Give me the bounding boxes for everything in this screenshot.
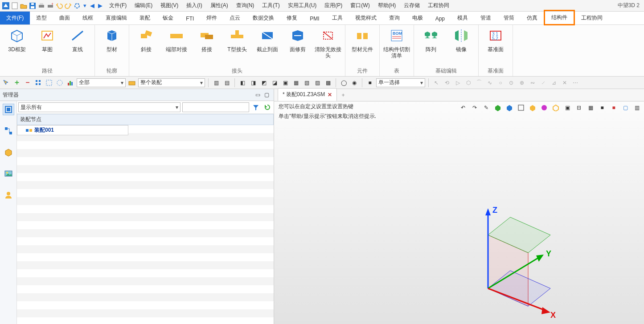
ribbon-tab-电极[interactable]: 电极 bbox=[406, 12, 429, 24]
ribbon-tab-点云[interactable]: 点云 bbox=[223, 12, 246, 24]
tool-icon-1[interactable]: ▥ bbox=[212, 78, 221, 87]
dashed-box-icon[interactable] bbox=[45, 78, 53, 87]
menu-app[interactable]: 应用(P) bbox=[324, 2, 342, 9]
mgr-tab-box-icon[interactable] bbox=[3, 146, 14, 158]
select-mode-combo[interactable]: 单一选择 bbox=[376, 78, 425, 87]
vp-tool-2[interactable] bbox=[493, 103, 502, 112]
tool-icon-3[interactable]: ◧ bbox=[238, 78, 247, 87]
ribbon-tab-修复[interactable]: 修复 bbox=[280, 12, 304, 24]
ribbon-btn-基准面[interactable]: 3 15 2基准面 bbox=[481, 27, 510, 53]
ribbon-btn-结构件切割清单[interactable]: BOM结构件切割清单 bbox=[382, 27, 411, 59]
ribbon-tab-管筒[interactable]: 管筒 bbox=[497, 12, 521, 24]
ribbon-btn-直线[interactable]: 直线 bbox=[63, 27, 92, 53]
manager-close-icon[interactable]: ▢ bbox=[262, 90, 271, 99]
ribbon-tab-App[interactable]: App bbox=[429, 13, 451, 24]
ribbon-tab-FTI[interactable]: FTI bbox=[180, 13, 200, 24]
minus-icon[interactable]: － bbox=[23, 78, 32, 87]
tool-icon-12[interactable]: ◯ bbox=[339, 78, 348, 87]
ribbon-btn-镜像[interactable]: 镜像 bbox=[447, 27, 476, 53]
snap-icon-11[interactable]: ⟋ bbox=[539, 78, 548, 87]
snap-icon-8[interactable]: ⊙ bbox=[507, 78, 516, 87]
vp-tool-14[interactable]: ▥ bbox=[632, 103, 641, 112]
vp-tool-10[interactable]: ▦ bbox=[586, 103, 595, 112]
snap-icon-1[interactable]: ↖ bbox=[432, 78, 441, 87]
new-icon[interactable] bbox=[11, 2, 19, 10]
vp-tool-7[interactable] bbox=[551, 103, 560, 112]
vp-tool-11[interactable]: ■ bbox=[598, 103, 607, 112]
grid-icon[interactable] bbox=[34, 78, 43, 87]
vp-undo-icon[interactable]: ↶ bbox=[459, 103, 468, 112]
refresh-icon[interactable] bbox=[263, 102, 272, 112]
tool-icon-11[interactable]: ▩ bbox=[324, 78, 332, 87]
vp-tool-3[interactable] bbox=[505, 103, 514, 112]
ribbon-tab-文件(F)[interactable]: 文件(F) bbox=[0, 12, 30, 24]
ribbon-btn-阵列[interactable]: 阵列 bbox=[417, 27, 445, 53]
snap-icon-4[interactable]: ⬡ bbox=[464, 78, 473, 87]
snap-icon-3[interactable]: ▷ bbox=[453, 78, 462, 87]
ribbon-btn-搭接[interactable]: 搭接 bbox=[193, 27, 221, 53]
mgr-tab-assembly-icon[interactable] bbox=[3, 104, 14, 115]
ribbon-tab-钣金[interactable]: 钣金 bbox=[156, 12, 180, 24]
vp-tool-8[interactable]: ▣ bbox=[563, 103, 572, 112]
menu-edit[interactable]: 编辑(E) bbox=[135, 2, 152, 9]
display-filter-combo[interactable]: 显示所有 bbox=[18, 102, 180, 112]
open-icon[interactable] bbox=[20, 2, 28, 10]
assembly-tree[interactable]: 装配001 bbox=[17, 125, 274, 324]
ribbon-tab-造型[interactable]: 造型 bbox=[30, 12, 53, 24]
print-plus-icon[interactable]: + bbox=[46, 2, 54, 10]
tool-icon-8[interactable]: ▦ bbox=[291, 78, 300, 87]
vp-redo-icon[interactable]: ↷ bbox=[470, 103, 479, 112]
ribbon-btn-草图[interactable]: 草图 bbox=[33, 27, 62, 53]
vp-tool-12[interactable]: ■ bbox=[609, 103, 618, 112]
manager-min-icon[interactable]: ▭ bbox=[253, 90, 262, 99]
ribbon-tab-管道[interactable]: 管道 bbox=[474, 12, 497, 24]
ribbon-tab-仿真[interactable]: 仿真 bbox=[521, 12, 544, 24]
tree-root-item[interactable]: 装配001 bbox=[17, 125, 128, 135]
select-cursor-icon[interactable] bbox=[2, 78, 11, 87]
mgr-tab-image-icon[interactable] bbox=[3, 168, 14, 179]
vp-tool-1[interactable]: ✎ bbox=[482, 103, 491, 112]
menu-attr[interactable]: 属性(A) bbox=[210, 2, 228, 9]
snap-icon-12[interactable]: ⊿ bbox=[550, 78, 558, 87]
ribbon-tab-视觉样式[interactable]: 视觉样式 bbox=[349, 12, 383, 24]
snap-icon-9[interactable]: ⊕ bbox=[517, 78, 526, 87]
tool-icon-14[interactable]: ■ bbox=[365, 78, 374, 87]
ribbon-btn-型材元件[interactable]: 型材元件 bbox=[348, 27, 377, 53]
ribbon-tab-数据交换[interactable]: 数据交换 bbox=[246, 12, 280, 24]
vp-tool-9[interactable]: ⊟ bbox=[574, 103, 583, 112]
tool-icon-2[interactable]: ▤ bbox=[222, 78, 231, 87]
ribbon-btn-截止到面[interactable]: 截止到面 bbox=[253, 27, 282, 53]
menu-file[interactable]: 文件(F) bbox=[109, 2, 127, 9]
plus-icon[interactable]: ＋ bbox=[12, 78, 21, 87]
menu-insert[interactable]: 插入(I) bbox=[186, 2, 202, 9]
ribbon-tab-焊件[interactable]: 焊件 bbox=[200, 12, 223, 24]
tool-icon-4[interactable]: ◨ bbox=[249, 78, 258, 87]
menu-tools[interactable]: 工具(T) bbox=[262, 2, 279, 9]
menu-cloud[interactable]: 云存储 bbox=[404, 2, 420, 9]
ribbon-btn-型材[interactable]: 型材 bbox=[98, 27, 126, 53]
redo-icon[interactable] bbox=[64, 2, 72, 10]
tool-icon-7[interactable]: ▣ bbox=[281, 78, 290, 87]
document-tab-close-icon[interactable]: ✕ bbox=[328, 92, 332, 98]
mgr-tab-user-icon[interactable] bbox=[3, 189, 14, 201]
tool-icon-10[interactable]: ▨ bbox=[313, 78, 322, 87]
dropdown-icon[interactable]: ▾ bbox=[82, 2, 88, 9]
filter-funnel-icon[interactable] bbox=[251, 102, 261, 112]
ribbon-btn-斜接[interactable]: 斜接 bbox=[132, 27, 160, 53]
ribbon-tab-查询[interactable]: 查询 bbox=[383, 12, 406, 24]
snap-icon-6[interactable]: ∿ bbox=[485, 78, 494, 87]
ribbon-btn-面修剪[interactable]: 面修剪 bbox=[283, 27, 312, 53]
vp-tool-6[interactable] bbox=[540, 103, 549, 112]
nav-fwd-icon[interactable]: ▶ bbox=[97, 2, 104, 9]
scope-combo[interactable]: 整个装配 bbox=[138, 78, 205, 87]
menu-collab[interactable]: 工程协同 bbox=[428, 2, 449, 9]
tool-icon-6[interactable]: ◪ bbox=[270, 78, 279, 87]
ribbon-btn-清除无效接头[interactable]: 清除无效接头 bbox=[314, 27, 342, 59]
ribbon-tab-模具[interactable]: 模具 bbox=[451, 12, 474, 24]
vp-tool-4[interactable] bbox=[517, 103, 525, 112]
dashed-circle-icon[interactable] bbox=[55, 78, 64, 87]
snap-icon-7[interactable]: ○ bbox=[496, 78, 505, 87]
menu-help[interactable]: 帮助(H) bbox=[378, 2, 396, 9]
canvas-3d[interactable]: Z Y X bbox=[274, 121, 644, 324]
mgr-tab-tree-icon[interactable] bbox=[3, 125, 14, 137]
